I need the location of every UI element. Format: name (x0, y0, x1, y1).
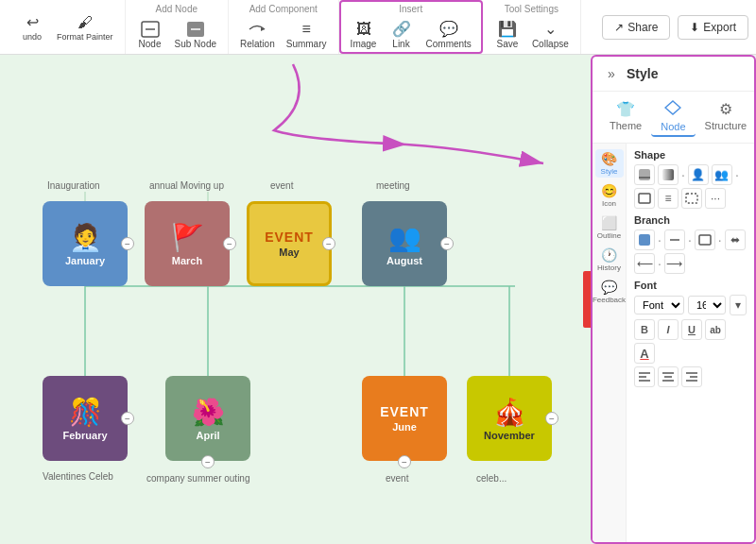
structure-icon: ⚙ (719, 100, 732, 118)
tab-node[interactable]: Node (651, 97, 695, 137)
export-button[interactable]: ⬇ Export (678, 15, 748, 40)
bold-button[interactable]: B (634, 319, 655, 340)
share-icon: ↗ (614, 21, 624, 34)
node-april[interactable]: 🌺 April − company summer outing (165, 376, 250, 461)
font-row: Font 16 ▾ (634, 295, 747, 315)
border-dash-btn[interactable] (681, 188, 702, 209)
august-minus[interactable]: − (440, 237, 454, 250)
node-june[interactable]: EVENT June − event (362, 376, 447, 461)
dot-2: · (735, 167, 739, 182)
top-right-actions: ↗ Share ⬇ Export (602, 15, 748, 40)
link-icon: 🔗 (390, 20, 413, 39)
summary-button[interactable]: ≡ Summary (283, 18, 331, 51)
april-emoji: 🌺 (192, 397, 225, 428)
panel-collapse-button[interactable]: » (602, 64, 621, 83)
sublabel-june: event (386, 473, 408, 484)
toolbar-section-edit: ↩ undo 🖌 Format Painter (8, 0, 126, 54)
collapse-button[interactable]: ⌄ Collapse (528, 18, 573, 51)
branch-line-btn[interactable] (664, 230, 685, 250)
node-march[interactable]: annual Moving up 🚩 March − (145, 201, 230, 286)
fill-gradient-btn[interactable] (658, 164, 679, 185)
sub-node-icon (184, 20, 207, 39)
underline-button[interactable]: U (681, 319, 702, 340)
save-button[interactable]: 💾 Save (490, 18, 524, 51)
undo-icon: ↩ (21, 13, 43, 32)
may-minus[interactable]: − (322, 237, 335, 250)
branch-row-1: · · · ⬌ (634, 230, 747, 250)
panel-icon-outline[interactable]: ⬜ Outline (595, 213, 624, 242)
branch-indent-btn[interactable]: ⟵ (634, 253, 655, 274)
node-november[interactable]: 🎪 November − celeb... (467, 376, 552, 461)
node-may[interactable]: event EVENT May − (247, 201, 332, 286)
branch-dot-3: · (718, 232, 722, 247)
panel-icon-feedback[interactable]: 💬 Feedback (595, 278, 624, 306)
link-button[interactable]: 🔗 Link (385, 18, 419, 51)
svg-rect-15 (639, 169, 650, 180)
toolbar-section-tool-settings: Tool Settings 💾 Save ⌄ Collapse (483, 0, 581, 54)
relation-button[interactable]: Relation (236, 18, 279, 51)
theme-icon: 👕 (616, 100, 635, 118)
comments-button[interactable]: 💬 Comments (422, 18, 475, 51)
format-painter-button[interactable]: 🖌 Format Painter (53, 11, 117, 43)
font-size-select[interactable]: 16 (688, 296, 726, 314)
november-minus[interactable]: − (545, 412, 558, 425)
node-august[interactable]: meeting 👥 August − (362, 201, 447, 286)
panel-content: Shape · 👤 👥 · ≡ (627, 144, 754, 542)
branch-color-btn[interactable] (634, 230, 655, 250)
april-minus[interactable]: − (201, 455, 215, 468)
tab-structure[interactable]: ⚙ Structure (696, 97, 756, 137)
font-color-button[interactable]: A (634, 343, 655, 364)
shape-person-btn[interactable]: 👤 (688, 164, 709, 185)
panel-icon-style[interactable]: 🎨 Style (595, 149, 624, 178)
june-minus[interactable]: − (398, 455, 411, 468)
text-format-row: B I U ab A (634, 319, 747, 364)
align-left-button[interactable] (634, 366, 655, 387)
undo-button[interactable]: ↩ undo (15, 11, 49, 43)
tab-theme[interactable]: 👕 Theme (600, 97, 651, 137)
canvas[interactable]: Inauguration 🧑‍💼 January − annual Moving… (0, 55, 591, 544)
sublabel-august: meeting (376, 180, 410, 191)
svg-rect-19 (686, 194, 697, 203)
branch-align-btn[interactable]: ⬌ (725, 230, 746, 250)
node-january[interactable]: Inauguration 🧑‍💼 January − (43, 201, 128, 286)
february-minus[interactable]: − (121, 412, 134, 425)
svg-rect-17 (662, 169, 674, 180)
style-panel-header: » Style (593, 57, 754, 92)
fill-color-btn[interactable] (634, 164, 655, 185)
branch-border-btn[interactable] (695, 230, 715, 250)
insert-title: Insert (399, 4, 422, 14)
may-label: May (279, 246, 299, 258)
shape-group-btn[interactable]: 👥 (712, 164, 732, 185)
collapse-icon: ⌄ (539, 20, 561, 39)
font-select[interactable]: Font (634, 296, 684, 314)
panel-tabs: 👕 Theme Node ⚙ Structure (593, 92, 754, 144)
november-label: November (484, 430, 535, 441)
strikethrough-button[interactable]: ab (705, 319, 726, 340)
branch-dot-2: · (688, 232, 692, 247)
align-right-button[interactable] (681, 366, 702, 387)
image-icon: 🖼 (352, 20, 375, 39)
style-icon: 🎨 (601, 151, 617, 166)
align-center-button[interactable] (658, 366, 679, 387)
font-size-down-btn[interactable]: ▾ (730, 295, 747, 315)
january-label: January (65, 255, 105, 266)
svg-rect-20 (639, 234, 650, 246)
image-button[interactable]: 🖼 Image (347, 18, 381, 51)
branch-indent2-btn[interactable]: ⟶ (664, 253, 685, 274)
share-button[interactable]: ↗ Share (602, 15, 670, 40)
panel-icon-icon[interactable]: 😊 Icon (595, 181, 624, 210)
shape-section-title: Shape (634, 149, 747, 161)
panel-left-icons: 🎨 Style 😊 Icon ⬜ Outline 🕐 History 💬 (593, 144, 627, 542)
sub-node-button[interactable]: Sub Node (171, 18, 220, 51)
italic-button[interactable]: I (658, 319, 679, 340)
panel-icon-history[interactable]: 🕐 History (595, 246, 624, 274)
march-minus[interactable]: − (223, 237, 236, 250)
border-lines-btn[interactable]: ≡ (658, 188, 679, 209)
add-node-title: Add Node (156, 4, 198, 14)
node-tab-icon (664, 100, 681, 119)
border-dots-btn[interactable]: ··· (705, 188, 726, 209)
january-minus[interactable]: − (121, 237, 134, 250)
node-button[interactable]: Node (133, 18, 167, 51)
border-rect-btn[interactable] (634, 188, 655, 209)
node-february[interactable]: 🎊 February − Valentines Celeb (43, 376, 128, 461)
